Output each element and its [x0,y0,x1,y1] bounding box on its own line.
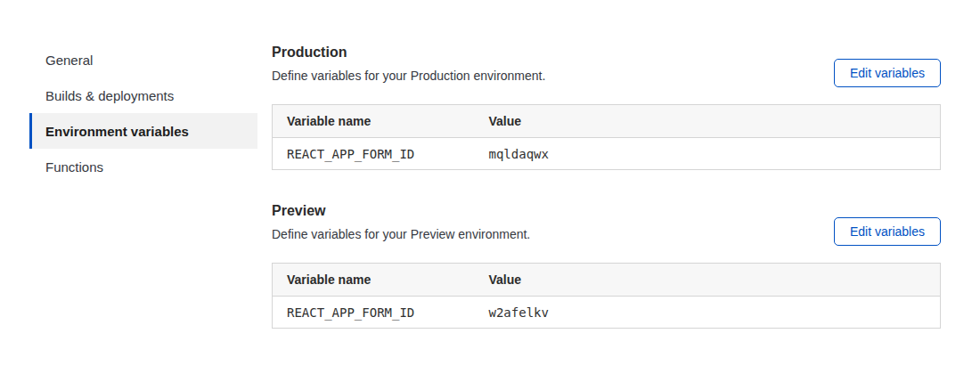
edit-variables-button[interactable]: Edit variables [834,59,941,87]
preview-section-header: Preview Define variables for your Previe… [272,202,941,242]
sidebar-item-functions[interactable]: Functions [29,149,257,184]
variable-name-cell: REACT_APP_FORM_ID [273,138,475,170]
variables-table-head: Variable name Value [273,105,941,138]
column-header-value: Value [475,264,941,297]
variables-table-head: Variable name Value [273,264,941,297]
variables-table: Variable name Value REACT_APP_FORM_ID w2… [272,263,941,329]
production-section-header: Production Define variables for your Pro… [272,44,941,84]
column-header-value: Value [475,105,941,138]
variable-value-cell: w2afelkv [475,297,941,329]
settings-page: General Builds & deployments Environment… [0,0,980,329]
table-row: REACT_APP_FORM_ID mqldaqwx [273,138,941,170]
section-description: Define variables for your Preview enviro… [272,227,530,242]
section-description: Define variables for your Production env… [272,69,545,84]
section-title: Preview [272,202,530,219]
header-row: Variable name Value [273,264,941,297]
production-section: Production Define variables for your Pro… [272,44,941,170]
environment-variables-panel: Production Define variables for your Pro… [272,44,941,329]
variable-value-cell: mqldaqwx [475,138,941,170]
preview-heading-group: Preview Define variables for your Previe… [272,202,530,242]
edit-variables-button[interactable]: Edit variables [834,217,941,246]
table-row: REACT_APP_FORM_ID w2afelkv [273,297,941,329]
preview-section: Preview Define variables for your Previe… [272,202,941,329]
sidebar-item-environment-variables[interactable]: Environment variables [29,113,257,149]
header-row: Variable name Value [273,105,941,138]
sidebar-item-label: Builds & deployments [45,88,174,103]
section-title: Production [272,44,545,61]
production-heading-group: Production Define variables for your Pro… [272,44,545,84]
sidebar-item-builds-deployments[interactable]: Builds & deployments [29,77,257,113]
variables-table-body: REACT_APP_FORM_ID mqldaqwx [273,138,941,170]
column-header-variable-name: Variable name [273,264,475,297]
column-header-variable-name: Variable name [273,105,475,138]
variables-table: Variable name Value REACT_APP_FORM_ID mq… [272,104,941,170]
sidebar-item-general[interactable]: General [29,42,257,77]
variable-name-cell: REACT_APP_FORM_ID [273,297,475,329]
sidebar-item-label: General [45,53,93,68]
sidebar-item-label: Functions [45,159,103,175]
sidebar-item-label: Environment variables [45,124,189,139]
settings-sidebar: General Builds & deployments Environment… [29,42,257,184]
variables-table-body: REACT_APP_FORM_ID w2afelkv [273,297,941,329]
